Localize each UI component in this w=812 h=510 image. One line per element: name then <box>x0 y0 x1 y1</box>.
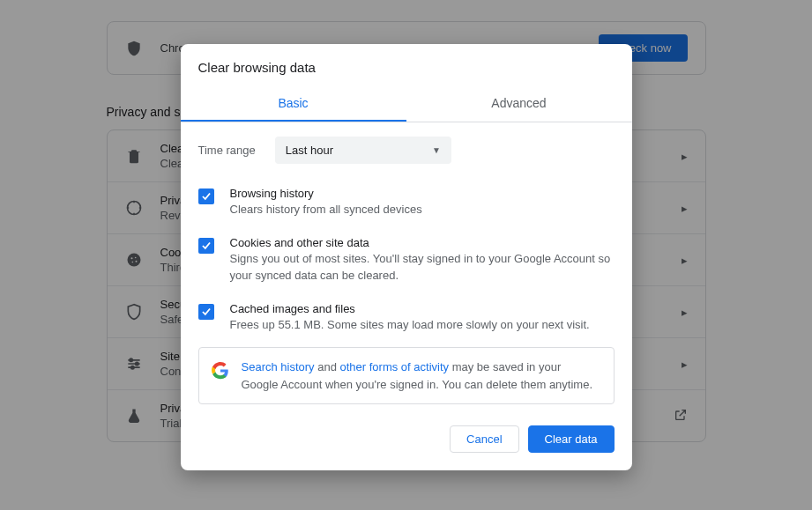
google-icon <box>212 362 229 385</box>
google-account-notice: Search history and other forms of activi… <box>198 347 615 404</box>
option-cookies: Cookies and other site data Signs you ou… <box>198 227 615 293</box>
dialog-tabs: Basic Advanced <box>181 85 632 122</box>
checkbox-browsing-history[interactable] <box>198 188 214 204</box>
option-title: Browsing history <box>230 187 615 200</box>
other-activity-link[interactable]: other forms of activity <box>340 360 450 373</box>
time-range-label: Time range <box>198 144 256 157</box>
time-range-select[interactable]: Last hour ▼ <box>275 137 451 164</box>
checkbox-cookies[interactable] <box>198 238 214 254</box>
modal-overlay: Clear browsing data Basic Advanced Time … <box>0 0 812 510</box>
option-browsing-history: Browsing history Clears history from all… <box>198 178 615 227</box>
option-cache: Cached images and files Frees up 55.1 MB… <box>198 293 615 343</box>
dialog-title: Clear browsing data <box>181 44 632 85</box>
clear-browsing-data-dialog: Clear browsing data Basic Advanced Time … <box>181 44 632 470</box>
cancel-button[interactable]: Cancel <box>450 425 518 453</box>
tab-basic[interactable]: Basic <box>181 85 406 122</box>
option-sub: Frees up 55.1 MB. Some sites may load mo… <box>230 317 615 334</box>
option-title: Cached images and files <box>230 302 615 315</box>
caret-down-icon: ▼ <box>432 145 441 155</box>
clear-data-button[interactable]: Clear data <box>528 425 615 453</box>
option-sub: Clears history from all synced devices <box>230 202 615 218</box>
checkbox-cache[interactable] <box>198 304 214 320</box>
option-title: Cookies and other site data <box>230 236 615 249</box>
tab-advanced[interactable]: Advanced <box>406 85 632 122</box>
notice-text: Search history and other forms of activi… <box>242 358 601 393</box>
option-sub: Signs you out of most sites. You'll stay… <box>230 251 615 285</box>
search-history-link[interactable]: Search history <box>242 360 315 373</box>
time-range-value: Last hour <box>286 144 333 157</box>
